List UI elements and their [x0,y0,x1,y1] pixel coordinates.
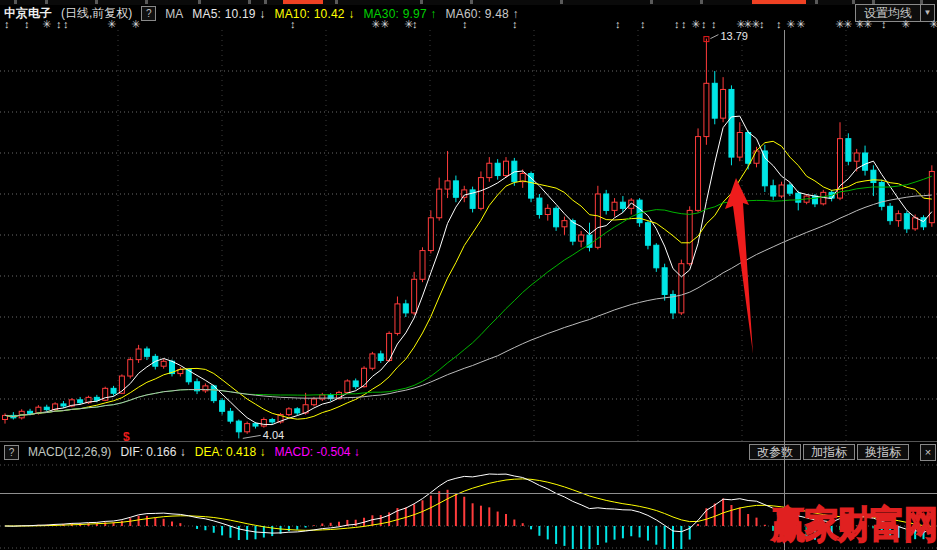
candle-body [787,185,792,193]
candle-body [854,153,859,161]
candle-body [261,420,266,427]
scrollbar-tick [815,0,818,4]
candle-body [445,181,450,189]
candle-body [128,360,133,376]
candle-body [712,83,717,118]
candle-body [637,200,642,223]
candle-body [378,354,383,361]
ma30-line [5,176,932,416]
help-icon[interactable]: ? [4,445,19,460]
scrollbar-tick [14,0,17,4]
scrollbar-tick [560,0,563,4]
candle-body [721,89,726,118]
macd-values: DIF: 0.166 ↓DEA: 0.418 ↓MACD: -0.504 ↓ [120,445,359,459]
candle-body [28,411,33,413]
candle-body [771,186,776,196]
candle-body [762,151,767,186]
candle-body [888,206,893,220]
scrollbar-tick [650,0,653,4]
candle-body [295,409,300,413]
candle-body [604,194,609,210]
switch-indicator-button[interactable]: 换指标 [857,444,909,460]
scrollbar-tick [95,0,98,4]
candle-body [495,163,500,175]
candle-body [428,218,433,251]
chart-annotation-text: 4.04 [263,429,284,441]
scrollbar-tick [145,0,148,4]
crosshair-vertical-line [784,30,785,550]
scrollbar-thumb[interactable] [752,0,806,4]
candle-body [570,221,575,242]
peak-callout-line [710,35,718,39]
candle-body [144,349,149,356]
candle-body [662,268,667,295]
candle-body [94,397,99,400]
candle-body [161,361,166,366]
candle-body [228,411,233,421]
candle-body [487,163,492,177]
site-watermark: 赢家财富网 [771,500,937,550]
candle-body [812,196,817,204]
candle-body [420,251,425,280]
trading-app-window: { "titlebar": {"title": "中京电子", "subtitl… [0,0,937,550]
candle-body [462,190,467,197]
candle-body [612,202,617,210]
candle-body [44,407,49,409]
scrollbar-tick [470,0,473,4]
candle-body [245,424,250,432]
change-params-button[interactable]: 改参数 [749,444,801,460]
candle-body [679,264,684,313]
macd-value: MACD: -0.504 ↓ [274,445,359,459]
dif-value: DIF: 0.166 ↓ [120,445,185,459]
candle-body [654,245,659,268]
candle-body [136,349,141,360]
candle-body [554,208,559,226]
scrollbar-thumb[interactable] [283,0,323,4]
candle-body [353,381,358,387]
candle-body [453,181,458,197]
candle-body [562,221,567,227]
dea-value: DEA: 0.418 ↓ [195,445,266,459]
ma10-line [5,141,932,419]
scrollbar-tick [248,0,251,4]
scrollbar-tick [264,0,267,4]
add-indicator-button[interactable]: 加指标 [803,444,855,460]
candle-body [620,202,625,208]
candle-body [403,304,408,313]
candle-body [286,409,291,415]
macd-indicator-label: MACD(12,26,9) [28,445,111,459]
candle-body [796,193,801,202]
candle-body [863,153,868,170]
candle-body [537,198,542,214]
candle-body [504,161,509,175]
candle-body [704,83,709,136]
candlestick-chart[interactable]: 13.794.04$ [0,30,937,443]
candle-body [395,304,400,334]
candle-body [370,354,375,368]
candle-body [737,133,742,158]
macd-header-row: ? MACD(12,26,9) DIF: 0.166 ↓DEA: 0.418 ↓… [0,441,937,462]
ma5-line [5,116,932,425]
macd-buttons: 改参数加指标换指标 [749,445,911,460]
candle-body [545,208,550,214]
candle-body [871,170,876,182]
candle-body [729,89,734,157]
candle-body [478,178,483,209]
close-icon[interactable]: × [920,444,936,461]
candle-body [220,401,225,412]
low-callout-line [243,435,261,438]
scrollbar-tick [335,0,338,4]
candle-body [78,400,83,403]
candle-body [61,404,66,406]
scrollbar-tick [420,0,423,4]
scrollbar-tick [45,0,48,4]
candle-body [645,223,650,246]
top-scrollbar[interactable] [0,0,937,5]
candle-body [412,279,417,313]
candle-body [687,210,692,263]
candle-body [253,424,258,426]
candle-body [111,388,116,393]
candle-body [437,189,442,218]
candle-body [846,139,851,162]
candle-body [579,235,584,241]
